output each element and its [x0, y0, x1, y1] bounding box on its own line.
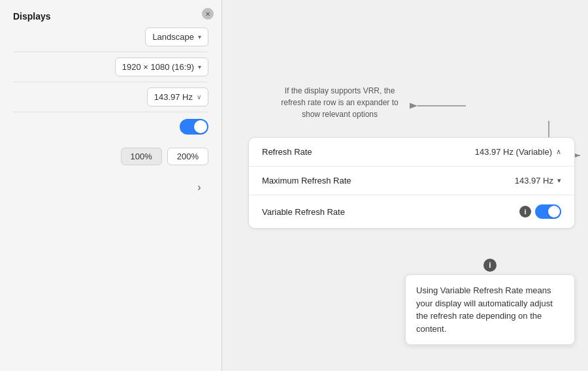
variable-refresh-rate-row: Variable Refresh Rate i	[249, 195, 574, 228]
annotation-text: If the display supports VRR, the refresh…	[274, 85, 405, 120]
refresh-rate-value: 143.97 Hz (Variable) ∧	[475, 147, 561, 157]
max-refresh-chevron-down-icon[interactable]: ▾	[557, 176, 561, 185]
variable-toggle-knob	[548, 206, 560, 218]
refresh-rate-value-text: 143.97 Hz (Variable)	[475, 147, 552, 157]
refresh-rate-left-arrow: ∨	[197, 93, 201, 101]
variable-refresh-toggle[interactable]	[535, 204, 561, 219]
left-arrow	[415, 99, 467, 115]
chevron-up-icon[interactable]: ∧	[556, 148, 561, 156]
resolution-arrow: ▾	[198, 63, 201, 71]
scale-200-label: 200%	[177, 152, 199, 161]
refresh-rate-row: Refresh Rate 143.97 Hz (Variable) ∧	[249, 138, 574, 167]
orientation-dropdown[interactable]: Landscape ▾	[145, 27, 208, 46]
more-row: ›	[13, 172, 208, 203]
vrr-toggle-row	[13, 112, 208, 141]
tooltip-info-icon[interactable]: i	[483, 259, 497, 272]
refresh-rate-left-dropdown[interactable]: 143.97 Hz ∨	[147, 88, 208, 106]
chevron-right-icon: ›	[197, 182, 201, 193]
vrr-toggle[interactable]	[180, 119, 208, 135]
scale-100-label: 100%	[131, 152, 152, 161]
displays-panel: Displays ✕ Landscape ▾ 1920 × 1080 (16:9…	[0, 0, 222, 371]
scale-200-button[interactable]: 200%	[167, 148, 208, 165]
max-refresh-rate-row: Maximum Refresh Rate 143.97 Hz ▾	[249, 167, 574, 195]
tooltip-container: i Using Variable Refresh Rate means your…	[405, 259, 575, 345]
orientation-row: Landscape ▾	[13, 22, 208, 52]
refresh-rate-left-row: 143.97 Hz ∨	[13, 82, 208, 112]
scale-row: 100% 200%	[13, 141, 208, 172]
refresh-rate-card: Refresh Rate 143.97 Hz (Variable) ∧ Maxi…	[248, 137, 575, 229]
orientation-arrow: ▾	[198, 33, 201, 40]
close-button[interactable]: ✕	[202, 8, 214, 20]
close-icon: ✕	[205, 10, 210, 18]
max-refresh-rate-value-text: 143.97 Hz	[515, 176, 553, 186]
more-button[interactable]: ›	[190, 178, 208, 197]
refresh-rate-label: Refresh Rate	[262, 147, 312, 157]
panel-title: Displays	[13, 11, 51, 22]
variable-refresh-rate-controls: i	[519, 204, 561, 219]
max-refresh-rate-value: 143.97 Hz ▾	[515, 176, 561, 186]
max-refresh-rate-label: Maximum Refresh Rate	[262, 176, 351, 186]
resolution-row: 1920 × 1080 (16:9) ▾	[13, 52, 208, 82]
variable-info-icon[interactable]: i	[519, 206, 531, 218]
scale-100-button[interactable]: 100%	[121, 148, 162, 165]
toggle-knob	[194, 120, 207, 133]
refresh-rate-left-value: 143.97 Hz	[154, 92, 193, 102]
tooltip-text: Using Variable Refresh Rate means your d…	[416, 285, 553, 334]
right-panel: If the display supports VRR, the refresh…	[222, 0, 588, 371]
variable-refresh-rate-label: Variable Refresh Rate	[262, 207, 345, 217]
resolution-value: 1920 × 1080 (16:9)	[122, 62, 194, 72]
tooltip-box: Using Variable Refresh Rate means your d…	[405, 274, 575, 345]
resolution-dropdown[interactable]: 1920 × 1080 (16:9) ▾	[115, 57, 208, 76]
orientation-value: Landscape	[152, 32, 194, 42]
